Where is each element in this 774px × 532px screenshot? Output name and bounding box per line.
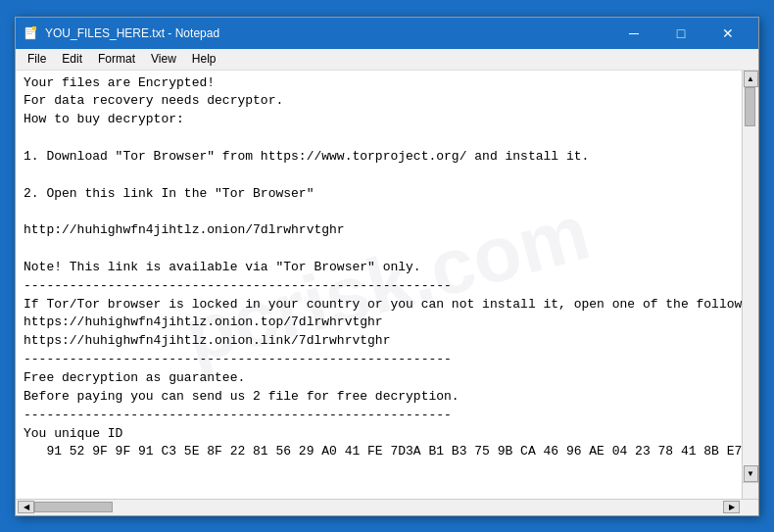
vertical-scrollbar[interactable]: ▲ ▼ bbox=[742, 71, 758, 482]
scroll-right-button[interactable]: ▶ bbox=[723, 501, 740, 513]
window-controls: ─ □ ✕ bbox=[611, 18, 750, 49]
window-title: YOU_FILES_HERE.txt - Notepad bbox=[45, 26, 611, 40]
svg-rect-3 bbox=[26, 33, 32, 34]
notepad-icon bbox=[24, 25, 39, 41]
menu-bar: File Edit Format View Help bbox=[16, 49, 758, 71]
scrollbar-corner bbox=[742, 482, 758, 499]
menu-file[interactable]: File bbox=[20, 50, 54, 68]
scroll-left-button[interactable]: ◀ bbox=[18, 501, 34, 513]
svg-rect-2 bbox=[26, 31, 34, 32]
content-area: pcrisk.com Your files are Encrypted! For… bbox=[16, 71, 758, 499]
menu-edit[interactable]: Edit bbox=[54, 50, 90, 68]
scroll-track-y[interactable] bbox=[744, 87, 758, 465]
menu-help[interactable]: Help bbox=[184, 50, 224, 68]
text-editor[interactable]: Your files are Encrypted! For data recov… bbox=[16, 71, 758, 499]
svg-rect-4 bbox=[32, 26, 36, 30]
menu-view[interactable]: View bbox=[143, 50, 184, 68]
notepad-window: YOU_FILES_HERE.txt - Notepad ─ □ ✕ File … bbox=[15, 17, 759, 516]
scroll-thumb-x[interactable] bbox=[34, 502, 113, 512]
scrollbar-spacer bbox=[740, 501, 756, 513]
maximize-button[interactable]: □ bbox=[658, 18, 703, 49]
scroll-up-button[interactable]: ▲ bbox=[744, 71, 758, 87]
menu-format[interactable]: Format bbox=[90, 50, 143, 68]
close-button[interactable]: ✕ bbox=[705, 18, 750, 49]
title-bar: YOU_FILES_HERE.txt - Notepad ─ □ ✕ bbox=[16, 18, 758, 49]
scroll-track-x[interactable] bbox=[34, 501, 723, 513]
scroll-thumb-y[interactable] bbox=[745, 87, 755, 126]
scroll-down-button[interactable]: ▼ bbox=[744, 465, 758, 482]
horizontal-scrollbar[interactable]: ◀ ▶ bbox=[16, 499, 758, 515]
minimize-button[interactable]: ─ bbox=[611, 18, 656, 49]
